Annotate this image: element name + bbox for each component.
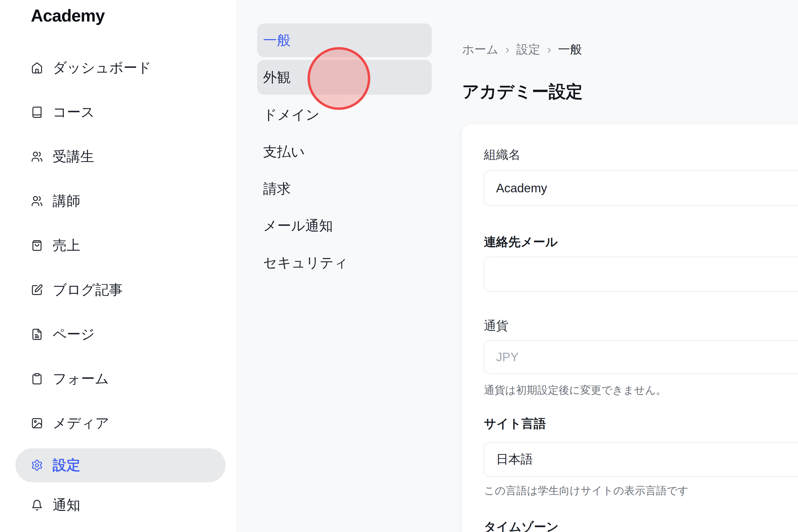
sidebar-item-courses[interactable]: コース [15,90,226,134]
breadcrumb-home[interactable]: ホーム [462,41,498,57]
subnav-item-label: 一般 [263,31,291,50]
sidebar-item-label: コース [53,103,95,121]
gear-icon [31,459,43,471]
page-title: アカデミー設定 [462,80,583,103]
currency-label: 通貨 [484,318,508,334]
sidebar-item-label: 売上 [53,236,80,255]
site-language-helper-text: この言語は学生向けサイトの表示言語です [484,484,688,497]
sidebar-item-label: 受講生 [53,147,94,166]
sidebar-nav: ダッシュボード コース 受講生 講師 [15,45,226,525]
site-language-label: サイト言語 [484,416,546,432]
sidebar-item-media[interactable]: メディア [15,401,226,445]
chevron-right-icon: › [547,42,551,56]
sidebar-item-forms[interactable]: フォーム [15,357,226,401]
sidebar-item-label: ダッシュボード [53,58,151,77]
sidebar-item-label: ページ [53,325,95,344]
sidebar-item-sales[interactable]: 売上 [15,223,226,268]
sidebar-item-label: ブログ記事 [53,281,123,299]
sidebar-item-pages[interactable]: ページ [15,312,226,357]
subnav-item-appearance[interactable]: 外観 [257,60,432,95]
subnav-item-billing[interactable]: 請求 [257,170,432,207]
settings-subnav: 一般 外観 ドメイン 支払い 請求 メール通知 セキュリティ [257,23,432,281]
book-icon [31,106,43,118]
clipboard-icon [31,373,43,385]
sidebar-item-blog-posts[interactable]: ブログ記事 [15,268,226,312]
breadcrumb: ホーム › 設定 › 一般 [462,41,582,57]
sidebar-item-dashboard[interactable]: ダッシュボード [15,45,226,90]
contact-email-label: 連絡先メール [484,234,558,250]
home-icon [31,62,43,74]
site-language-input[interactable] [484,442,798,477]
sidebar-item-label: メディア [53,414,109,433]
app-root: Academy ダッシュボード コース 受講生 [0,0,798,532]
breadcrumb-settings[interactable]: 設定 [516,41,540,57]
subnav-item-general[interactable]: 一般 [257,23,432,57]
file-text-icon [31,328,43,341]
bell-icon [31,499,43,511]
sidebar-item-instructors[interactable]: 講師 [15,179,226,223]
chevron-right-icon: › [506,42,509,56]
sidebar-item-label: 通知 [53,496,80,514]
shopping-bag-icon [31,240,43,252]
currency-helper-text: 通貨は初期設定後に変更できません。 [484,384,667,396]
org-name-label: 組織名 [484,147,520,163]
subnav-item-domain[interactable]: ドメイン [257,96,432,133]
instructors-users-icon [31,195,43,207]
image-icon [31,417,43,429]
students-users-icon [31,151,43,163]
app-logo: Academy [31,6,105,25]
subnav-item-security[interactable]: セキュリティ [257,244,432,281]
subnav-item-label: 外観 [263,68,291,87]
currency-input[interactable] [484,340,798,374]
contact-email-input[interactable] [484,257,798,292]
sidebar-item-students[interactable]: 受講生 [15,134,226,179]
square-pen-icon [31,284,43,296]
subnav-item-email-notifications[interactable]: メール通知 [257,207,432,244]
sidebar: Academy ダッシュボード コース 受講生 [0,0,236,532]
breadcrumb-current: 一般 [558,41,582,57]
sidebar-item-label: 設定 [53,456,80,475]
settings-form-card: 組織名 連絡先メール 通貨 通貨は初期設定後に変更できません。 サイト言語 この… [461,124,798,532]
org-name-input[interactable] [484,171,798,206]
sidebar-item-settings[interactable]: 設定 [15,445,226,485]
timezone-label: タイムゾーン [484,519,558,532]
sidebar-item-label: フォーム [53,369,109,388]
sidebar-item-label: 講師 [53,192,80,210]
sidebar-item-notifications[interactable]: 通知 [15,485,226,525]
subnav-item-payments[interactable]: 支払い [257,133,432,170]
